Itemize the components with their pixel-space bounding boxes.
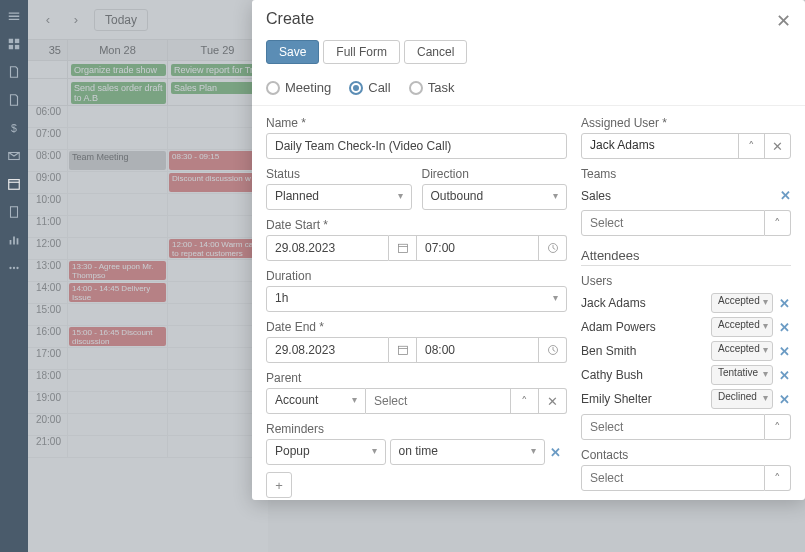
- nav-grid-icon[interactable]: [6, 36, 22, 52]
- calendar-icon[interactable]: [389, 337, 417, 363]
- clear-icon[interactable]: ✕: [539, 388, 567, 414]
- side-fields: Assigned User * Jack Adams ˄ ✕ Teams Sal…: [581, 116, 791, 500]
- svg-rect-13: [398, 346, 407, 354]
- label-leads: Leads: [581, 499, 791, 500]
- modal-title: Create: [266, 10, 314, 28]
- label-date-end: Date End *: [266, 320, 567, 334]
- attendee-row: Jack AdamsAccepted✕: [581, 291, 791, 315]
- label-contacts: Contacts: [581, 448, 791, 462]
- parent-type-select[interactable]: Account: [266, 388, 366, 414]
- attendee-name: Emily Shelter: [581, 392, 707, 406]
- save-button[interactable]: Save: [266, 40, 319, 64]
- remove-attendee-icon[interactable]: ✕: [777, 368, 791, 383]
- label-duration: Duration: [266, 269, 567, 283]
- attendee-status-select[interactable]: Tentative: [711, 365, 773, 385]
- nav-menu-icon[interactable]: [6, 8, 22, 24]
- remove-attendee-icon[interactable]: ✕: [777, 320, 791, 335]
- remove-attendee-icon[interactable]: ✕: [777, 392, 791, 407]
- duration-select[interactable]: 1h: [266, 286, 567, 312]
- direction-select[interactable]: Outbound: [422, 184, 568, 210]
- team-tag: Sales: [581, 189, 611, 203]
- remove-attendee-icon[interactable]: ✕: [777, 296, 791, 311]
- attendee-row: Ben SmithAccepted✕: [581, 339, 791, 363]
- radio-meeting[interactable]: Meeting: [266, 80, 331, 95]
- remove-reminder-icon[interactable]: ✕: [549, 445, 563, 460]
- chevron-up-icon[interactable]: ˄: [765, 414, 791, 440]
- assigned-user-field[interactable]: Jack Adams ˄ ✕: [581, 133, 791, 159]
- parent-value-input[interactable]: [366, 388, 511, 414]
- cancel-button[interactable]: Cancel: [404, 40, 467, 64]
- time-end-input[interactable]: [417, 337, 539, 363]
- nav-calendar-icon[interactable]: [6, 176, 22, 192]
- attendee-row: Adam PowersAccepted✕: [581, 315, 791, 339]
- attendee-name: Jack Adams: [581, 296, 707, 310]
- chevron-up-icon[interactable]: ˄: [511, 388, 539, 414]
- nav-rail: $: [0, 0, 28, 552]
- nav-mail-icon[interactable]: [6, 148, 22, 164]
- nav-chart-icon[interactable]: [6, 232, 22, 248]
- svg-point-9: [13, 267, 15, 269]
- attendee-status-select[interactable]: Accepted: [711, 293, 773, 313]
- radio-icon: [266, 81, 280, 95]
- record-type-radios: Meeting Call Task: [252, 74, 805, 106]
- status-select[interactable]: Planned: [266, 184, 412, 210]
- attendee-name: Adam Powers: [581, 320, 707, 334]
- nav-doc-icon[interactable]: [6, 64, 22, 80]
- attendee-name: Cathy Bush: [581, 368, 707, 382]
- radio-task[interactable]: Task: [409, 80, 455, 95]
- label-parent: Parent: [266, 371, 567, 385]
- svg-rect-7: [11, 207, 18, 218]
- svg-text:$: $: [11, 122, 17, 134]
- svg-rect-6: [9, 180, 20, 190]
- clear-icon[interactable]: ✕: [764, 134, 790, 158]
- nav-more-icon[interactable]: [6, 260, 22, 276]
- attendee-status-select[interactable]: Declined: [711, 389, 773, 409]
- chevron-up-icon[interactable]: ˄: [738, 134, 764, 158]
- main-fields: Name * Status Planned Direction Outbound…: [266, 116, 567, 500]
- date-start-input[interactable]: [266, 235, 389, 261]
- remove-team-icon[interactable]: ✕: [780, 188, 791, 203]
- name-input[interactable]: [266, 133, 567, 159]
- attendees-heading: Attendees: [581, 248, 791, 266]
- nav-clipboard-icon[interactable]: [6, 204, 22, 220]
- user-select-input[interactable]: [581, 414, 765, 440]
- svg-rect-0: [9, 39, 13, 43]
- contact-select-input[interactable]: [581, 465, 765, 491]
- close-icon[interactable]: ✕: [776, 10, 791, 32]
- label-reminders: Reminders: [266, 422, 567, 436]
- add-reminder-button[interactable]: +: [266, 472, 292, 498]
- date-end-input[interactable]: [266, 337, 389, 363]
- attendee-status-select[interactable]: Accepted: [711, 317, 773, 337]
- svg-point-10: [16, 267, 18, 269]
- reminder-type-select[interactable]: Popup: [266, 439, 386, 465]
- nav-doc2-icon[interactable]: [6, 92, 22, 108]
- svg-rect-3: [15, 45, 19, 49]
- remove-attendee-icon[interactable]: ✕: [777, 344, 791, 359]
- attendee-row: Emily ShelterDeclined✕: [581, 387, 791, 411]
- full-form-button[interactable]: Full Form: [323, 40, 400, 64]
- attendee-status-select[interactable]: Accepted: [711, 341, 773, 361]
- radio-icon: [349, 81, 363, 95]
- label-users: Users: [581, 274, 791, 288]
- time-start-input[interactable]: [417, 235, 539, 261]
- svg-rect-2: [9, 45, 13, 49]
- nav-dollar-icon[interactable]: $: [6, 120, 22, 136]
- clock-icon[interactable]: [539, 235, 567, 261]
- create-modal: Create ✕ Save Full Form Cancel Meeting C…: [252, 0, 805, 500]
- team-select-input[interactable]: [581, 210, 765, 236]
- svg-rect-1: [15, 39, 19, 43]
- radio-call[interactable]: Call: [349, 80, 390, 95]
- label-assigned-user: Assigned User *: [581, 116, 791, 130]
- label-status: Status: [266, 167, 412, 181]
- calendar-icon[interactable]: [389, 235, 417, 261]
- label-direction: Direction: [422, 167, 568, 181]
- radio-icon: [409, 81, 423, 95]
- label-name: Name *: [266, 116, 567, 130]
- label-date-start: Date Start *: [266, 218, 567, 232]
- attendee-row: Cathy BushTentative✕: [581, 363, 791, 387]
- reminder-time-select[interactable]: on time: [390, 439, 545, 465]
- attendee-name: Ben Smith: [581, 344, 707, 358]
- chevron-up-icon[interactable]: ˄: [765, 210, 791, 236]
- clock-icon[interactable]: [539, 337, 567, 363]
- chevron-up-icon[interactable]: ˄: [765, 465, 791, 491]
